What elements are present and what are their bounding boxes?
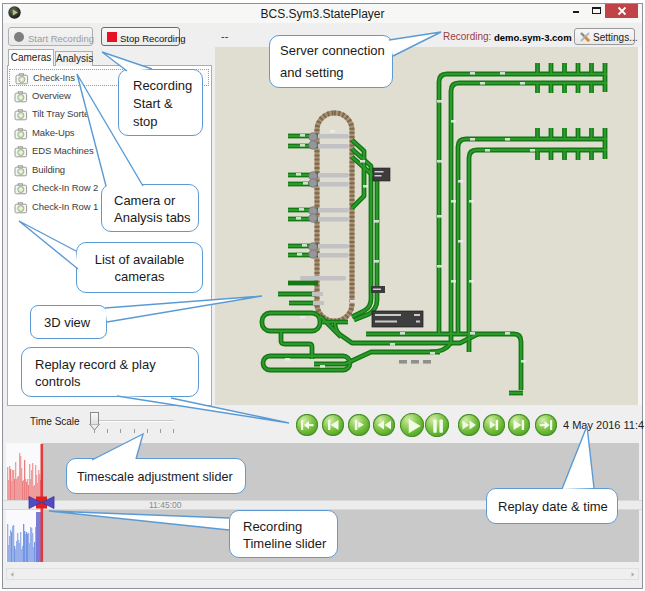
- svg-text:11:45:00: 11:45:00: [149, 500, 182, 510]
